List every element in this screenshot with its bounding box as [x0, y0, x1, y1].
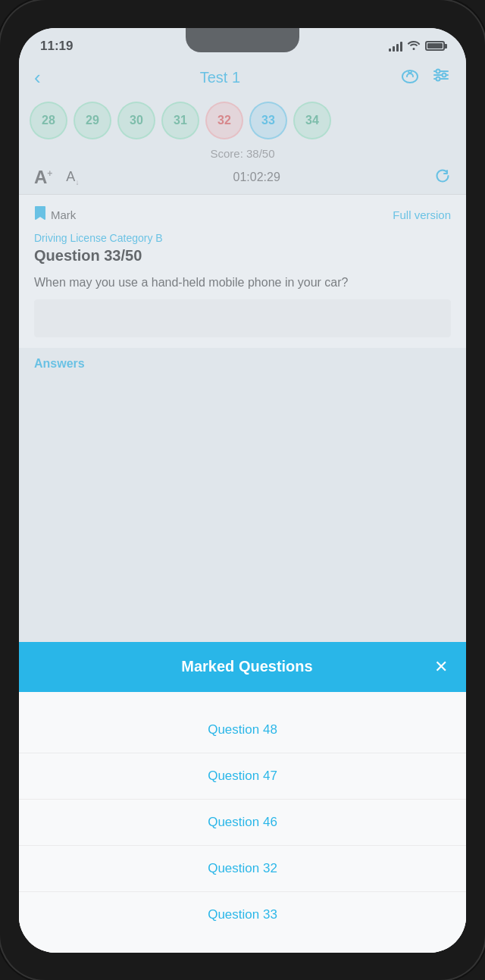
phone-frame: 11:19 [0, 0, 485, 980]
modal-header: Marked Questions ✕ [19, 642, 466, 692]
marked-item-47[interactable]: Question 47 [19, 753, 466, 800]
marked-item-46[interactable]: Question 46 [19, 800, 466, 846]
modal-title: Marked Questions [60, 658, 434, 675]
marked-questions-modal: Marked Questions ✕ Question 48 Question … [19, 642, 466, 953]
phone-screen: 11:19 [19, 28, 466, 953]
marked-item-48[interactable]: Question 48 [19, 707, 466, 753]
marked-item-32[interactable]: Question 32 [19, 846, 466, 892]
modal-close-button[interactable]: ✕ [434, 657, 448, 677]
modal-body: Question 48 Question 47 Question 46 Ques… [19, 692, 466, 953]
marked-item-33[interactable]: Question 33 [19, 892, 466, 938]
